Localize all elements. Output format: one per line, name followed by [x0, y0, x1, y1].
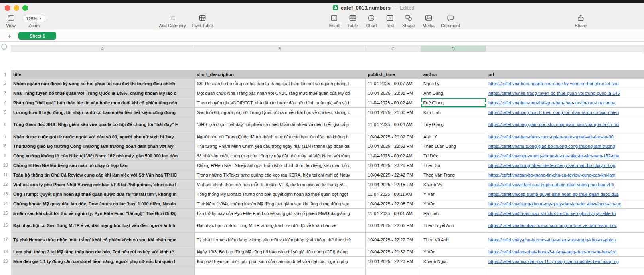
column-letter-c[interactable]: C	[365, 45, 421, 52]
article-link[interactable]: https://cafef.vn/chong-hhen-nie-len-tien…	[488, 163, 615, 168]
row-header-10[interactable]: 10	[0, 160, 11, 170]
cell-short_description[interactable]: Tỷ phú Hermès hiện đang vướng vào một vụ…	[195, 233, 366, 247]
cell-publish_time[interactable]: 11-04-2025 - 00:04 AM	[366, 117, 421, 132]
article-link[interactable]: https://cafef.vn/vinfast-cua-ty-phu-pham…	[488, 182, 614, 187]
cell-url[interactable]: https://cafef.vn/cong-xuong-khong-lo-cua…	[486, 151, 644, 161]
cell-title[interactable]: Nhà Trắng tuyên bố thuế quan với Trung Q…	[11, 88, 195, 98]
column-header-author[interactable]: author	[421, 70, 486, 79]
media-button[interactable]: Media	[423, 14, 435, 28]
cell-author[interactable]: Theo Vũ Anh	[421, 233, 486, 247]
cell-title[interactable]	[11, 266, 195, 275]
cell-author[interactable]: Y Vân	[421, 199, 486, 209]
cell-author[interactable]: Kim Linh	[421, 108, 486, 117]
cell-author[interactable]: Theo Vân Trang	[421, 170, 486, 180]
cell-publish_time[interactable]: 10-04-2025 - 21:00 PM	[366, 108, 421, 117]
cell-title[interactable]: Phản ứng "thái quá" bán tháo lúc tin xấu…	[11, 98, 195, 108]
column-header-publish_time[interactable]: publish_time	[366, 70, 421, 79]
insert-button[interactable]: Insert	[328, 14, 340, 28]
column-header-short_description[interactable]: short_description	[195, 70, 366, 79]
cell-url[interactable]: https://cafef.vn/ty-phu-hermes-thua-nhan…	[486, 233, 644, 247]
cell-title[interactable]: Chồng H'Hen Niê lên tiếng sau màn bỏ chạ…	[11, 161, 195, 170]
add-category-button[interactable]: Add Category	[159, 14, 186, 28]
cell-publish_time[interactable]: 10-04-2025 - 22:05 PM	[366, 218, 421, 233]
cell-url[interactable]: https://cafef.vn/nha-trang-tuyen-bo-thue…	[486, 88, 644, 98]
row-header-19[interactable]: 19	[0, 256, 11, 266]
cell-author[interactable]: Y Vân	[421, 247, 486, 257]
cell-title[interactable]: Chứng khoán Mỹ quay đầu lao dốc, Dow Jon…	[11, 199, 195, 209]
cell-url[interactable]: https://cafef.vn/lam-phat-thang-3-tai-my…	[486, 247, 644, 257]
cell-title[interactable]: Lương hưu 8 triệu đồng, tôi nhận ra dù c…	[11, 108, 195, 117]
cell-url[interactable]: https://cafef.vn/dai-nhac-hoi-co-son-tun…	[486, 218, 644, 233]
article-link[interactable]: https://cafef.vn/lam-phat-thang-3-tai-my…	[488, 249, 616, 254]
row-header-9[interactable]: 9	[0, 151, 11, 160]
table-button[interactable]: Table	[348, 14, 358, 28]
column-letter-a[interactable]: A	[11, 45, 194, 52]
cell-author[interactable]: Khánh Vy	[421, 180, 486, 189]
cell-short_description[interactable]: Lần trở lại này của Pyn Elite Fund có vẻ…	[195, 209, 366, 218]
cell-publish_time[interactable]: 11-04-2025 - 00:01 AM	[366, 209, 421, 218]
zoom-control[interactable]: 125% ▼ Zoom	[23, 14, 45, 28]
cell-title[interactable]: Nhận được cuộc gọi từ nước ngoài với đầu…	[11, 132, 195, 141]
article-link[interactable]: https://cafef.vn/nhan-duoc-cuoc-goi-tu-n…	[488, 134, 614, 139]
article-link[interactable]: https://cafef.vn/phan-ung-thai-qua-ban-t…	[488, 100, 616, 105]
cell-url[interactable]: https://cafef.vn/chong-hhen-nie-len-tien…	[486, 161, 644, 170]
cell-publish_time[interactable]	[366, 266, 421, 275]
article-link[interactable]: https://cafef.vn/thu-tuong-giao-bo-truon…	[488, 144, 615, 149]
cell-publish_time[interactable]: 10-04-2025 - 23:28 PM	[366, 161, 421, 170]
sheet-tab-sheet1[interactable]: Sheet 1	[18, 32, 56, 40]
row-header-7[interactable]: 7	[0, 132, 11, 141]
cell-author[interactable]: Theo Luân Dũng	[421, 141, 486, 151]
article-link[interactable]: https://cafef.vn/toan-bo-thong-tin-chu-c…	[488, 173, 616, 177]
cell-url[interactable]	[486, 266, 644, 275]
cell-title[interactable]: Thủ tướng giao Bộ trưởng Công Thương làm…	[11, 141, 195, 151]
row-header-13[interactable]: 13	[0, 189, 11, 199]
text-button[interactable]: A Text	[386, 14, 394, 28]
article-link[interactable]: https://cafef.vn/nha-trang-tuyen-bo-thue…	[488, 91, 620, 96]
cell-publish_time[interactable]: 11-04-2025 - 00:11 AM	[366, 189, 421, 199]
cell-author[interactable]: Theo Tuyết Anh	[421, 218, 486, 233]
cell-publish_time[interactable]: 10-04-2025 - 20:02 PM	[366, 132, 421, 141]
cell-publish_time[interactable]: 10-04-2025 - 22:15 PM	[366, 180, 421, 189]
cell-short_description[interactable]: Khi phát hiện các mức phí phát sinh của …	[195, 257, 366, 266]
column-letter-d[interactable]: D	[421, 45, 486, 52]
row-header-12[interactable]: 12	[0, 179, 11, 189]
cell-title[interactable]: Đại nhạc hội có Sơn Tùng M-TP ế vé, dân …	[11, 218, 195, 233]
zoom-dropdown[interactable]: 125% ▼	[23, 15, 45, 22]
cell-url[interactable]: https://cafef.vn/chung-khoan-my-quay-dau…	[486, 199, 644, 209]
cell-publish_time[interactable]: 10-04-2025 - 22:42 PM	[366, 170, 421, 180]
cell-url[interactable]: https://cafef.vn/thu-tuong-giao-bo-truon…	[486, 141, 644, 151]
cell-publish_time[interactable]: 10-04-2025 - 21:32 PM	[366, 247, 421, 257]
cell-title[interactable]: Nhóm ngành nào được kỳ vọng sẽ hồi phục …	[11, 79, 195, 88]
cell-url[interactable]: https://cafef.vn/toan-bo-thong-tin-chu-c…	[486, 170, 644, 180]
row-header-1[interactable]: 1	[0, 70, 11, 78]
cell-publish_time[interactable]: 10-04-2025 - 22:08 PM	[366, 199, 421, 209]
cell-author[interactable]: Theo Su	[421, 161, 486, 170]
article-link[interactable]: https://cafef.vn/tong-giam-doc-shs-nhip-…	[488, 122, 619, 127]
cell-short_description[interactable]	[195, 266, 366, 275]
cell-url[interactable]: https://cafef.vn/phan-ung-thai-qua-ban-t…	[486, 98, 644, 108]
row-header-15[interactable]: 15	[0, 208, 11, 218]
row-header-2[interactable]: 2	[0, 78, 11, 88]
cell-title[interactable]: Lạm phát tháng 3 tại Mỹ tăng thấp hơn dự…	[11, 247, 195, 257]
cell-publish_time[interactable]: 10-04-2025 - 22:23 PM	[366, 257, 421, 266]
cell-author[interactable]: Ngọc Ly	[421, 79, 486, 88]
cell-short_description[interactable]: VinFast chính thức mở bán mẫu ô tô điện …	[195, 180, 366, 189]
article-link[interactable]: https://cafef.vn/luong-huu-8-trieu-dong-…	[488, 110, 619, 115]
article-link[interactable]: https://cafef.vn/mua-dau-gia-11-ty-dong-…	[488, 259, 619, 264]
article-link[interactable]: https://cafef.vn/dai-nhac-hoi-co-son-tun…	[488, 223, 617, 228]
row-header-17[interactable]: 17	[0, 232, 11, 247]
cell-publish_time[interactable]: 11-04-2025 - 00:02 AM	[366, 98, 421, 108]
row-header-18[interactable]: 18	[0, 247, 11, 256]
close-window-button[interactable]	[5, 5, 10, 11]
cell-publish_time[interactable]: 10-04-2025 - 22:52 PM	[366, 141, 421, 151]
cell-url[interactable]: https://cafef.vn/nhom-nganh-nao-duoc-ky-…	[486, 79, 644, 88]
fullscreen-window-button[interactable]	[22, 5, 28, 11]
cell-url[interactable]: https://cafef.vn/luong-huu-8-trieu-dong-…	[486, 108, 644, 117]
article-link[interactable]: https://cafef.vn/cong-xuong-khong-lo-cua…	[488, 153, 619, 158]
cell-title[interactable]: Ông Trump: Quyết định hoãn áp thuế quan …	[11, 189, 195, 199]
cell-short_description[interactable]: Tổng thống Mỹ Donald Trump cho biết quyế…	[195, 189, 366, 199]
cell-title[interactable]: Mua đấu giá 1,1 tỷ đồng căn condotel tiề…	[11, 257, 195, 266]
cell-short_description[interactable]: Theo chuyên gia VNDIRECT, nhà đầu tư bướ…	[195, 98, 366, 108]
selected-cell[interactable]: Tuệ Giang	[421, 98, 486, 108]
cell-title[interactable]: Công xưởng khổng lồ của Nike tại Việt Na…	[11, 151, 195, 161]
